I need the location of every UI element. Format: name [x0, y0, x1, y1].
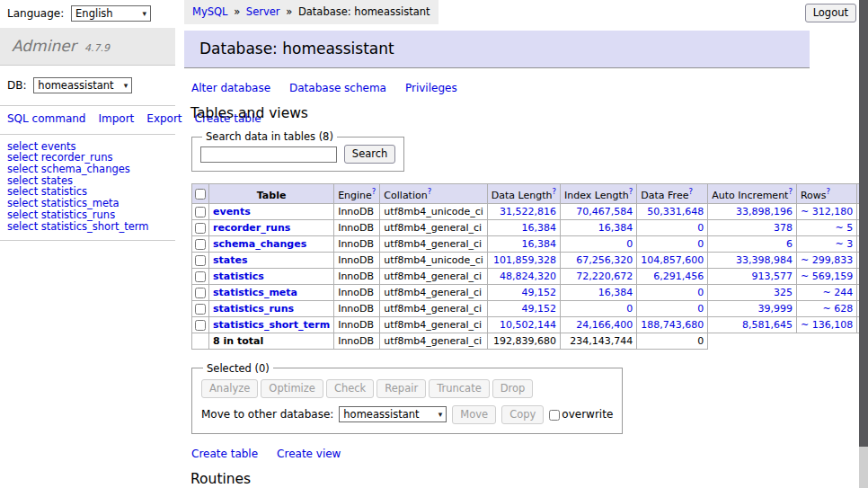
rows-count-link[interactable]: ~ 136,108 — [801, 319, 853, 331]
logout-button[interactable]: Logout — [805, 4, 856, 22]
sidebar-item-select-table[interactable]: select statistics_short_term — [7, 221, 168, 233]
sidebar-item-select-table[interactable]: select schema_changes — [7, 164, 168, 175]
data-free-link[interactable]: 6,291,456 — [653, 271, 704, 282]
database-action-link[interactable]: Alter database — [191, 82, 270, 94]
index-length-link[interactable]: 70,467,584 — [576, 206, 633, 217]
index-length-link[interactable]: 67,256,320 — [576, 254, 633, 266]
column-help-link[interactable]: ? — [788, 187, 793, 196]
sidebar-item-select-table[interactable]: select statistics_runs — [7, 209, 168, 221]
rows-count-link[interactable]: ~ 628 — [822, 303, 853, 315]
auto-increment-link[interactable]: 6 — [786, 238, 793, 250]
rows-count-link[interactable]: ~ 569,159 — [801, 271, 853, 282]
auto-increment-link[interactable]: 325 — [774, 287, 793, 298]
index-length-link[interactable]: 72,220,672 — [576, 271, 633, 282]
app-name[interactable]: Adminer — [12, 37, 76, 55]
create-link[interactable]: Create table — [191, 448, 258, 460]
language-select[interactable]: English ▾ — [71, 5, 151, 22]
data-free-link[interactable]: 0 — [697, 238, 704, 250]
auto-increment-link[interactable]: 913,577 — [751, 271, 793, 282]
row-checkbox[interactable] — [195, 255, 206, 266]
data-length-link[interactable]: 49,152 — [522, 287, 557, 298]
table-name-link[interactable]: statistics_runs — [213, 303, 294, 315]
select-all-checkbox[interactable] — [195, 189, 206, 200]
sidebar-action-link[interactable]: Import — [98, 112, 134, 125]
data-length-link[interactable]: 49,152 — [522, 303, 557, 315]
tables-and-views-heading: Tables and views — [190, 105, 810, 121]
row-checkbox[interactable] — [195, 271, 206, 282]
table-name-link[interactable]: recorder_runs — [213, 222, 290, 234]
rows-count-link[interactable]: ~ 5 — [835, 222, 853, 234]
selected-action-button[interactable]: Truncate — [429, 379, 490, 398]
auto-increment-link[interactable]: 33,898,196 — [736, 206, 793, 217]
scrollbar-thumb[interactable] — [859, 0, 868, 447]
data-free-link[interactable]: 188,743,680 — [641, 319, 704, 331]
row-checkbox[interactable] — [195, 288, 206, 298]
index-length-link[interactable]: 16,384 — [598, 222, 633, 234]
sidebar-item-select-table[interactable]: select statistics_meta — [7, 198, 168, 209]
selected-action-button[interactable]: Analyze — [201, 379, 258, 398]
selected-action-button[interactable]: Repair — [376, 379, 426, 398]
rows-count-link[interactable]: ~ 299,833 — [801, 254, 853, 266]
rows-count-link[interactable]: ~ 312,180 — [801, 206, 853, 217]
breadcrumb-mysql-link[interactable]: MySQL — [192, 5, 228, 18]
db-select[interactable]: homeassistant ▾ — [33, 77, 132, 93]
data-length-link[interactable]: 16,384 — [522, 238, 557, 250]
column-help-link[interactable]: ? — [553, 187, 557, 196]
column-help-link[interactable]: ? — [629, 187, 633, 196]
selected-action-button[interactable]: Optimize — [261, 379, 323, 398]
index-length-link[interactable]: 0 — [626, 238, 633, 250]
copy-button[interactable]: Copy — [501, 405, 544, 424]
create-link[interactable]: Create view — [277, 448, 341, 460]
auto-increment-link[interactable]: 378 — [774, 222, 793, 234]
rows-count-link[interactable]: ~ 244 — [822, 287, 853, 298]
table-name-link[interactable]: statistics_short_term — [213, 319, 330, 331]
move-button[interactable]: Move — [452, 405, 496, 424]
table-name-link[interactable]: states — [213, 254, 248, 266]
index-length-link[interactable]: 24,166,400 — [576, 319, 633, 331]
data-length-link[interactable]: 16,384 — [522, 222, 557, 234]
data-length-link[interactable]: 10,502,144 — [500, 319, 556, 331]
selected-action-button[interactable]: Check — [326, 379, 374, 398]
sidebar-action-link[interactable]: Export — [146, 112, 182, 125]
auto-increment-link[interactable]: 33,398,984 — [736, 254, 793, 266]
data-length-link[interactable]: 48,824,320 — [500, 271, 556, 282]
index-length-link[interactable]: 0 — [626, 303, 633, 315]
table-name-link[interactable]: schema_changes — [213, 238, 306, 250]
search-button[interactable]: Search — [344, 145, 396, 164]
table-name-link[interactable]: statistics — [213, 271, 264, 282]
data-length-link[interactable]: 31,522,816 — [500, 206, 556, 217]
column-help-link[interactable]: ? — [372, 187, 376, 196]
data-free-link[interactable]: 104,857,600 — [641, 254, 704, 266]
data-free-link[interactable]: 0 — [697, 303, 704, 315]
column-help-link[interactable]: ? — [428, 187, 432, 196]
column-help-link[interactable]: ? — [688, 187, 693, 196]
breadcrumb-server-link[interactable]: Server — [246, 5, 280, 18]
data-free-link[interactable]: 0 — [697, 287, 704, 298]
row-checkbox[interactable] — [195, 239, 206, 250]
index-length-link[interactable]: 16,384 — [598, 287, 633, 298]
move-db-select[interactable]: homeassistant ▾ — [339, 406, 447, 422]
data-free-link[interactable]: 50,331,648 — [647, 206, 704, 217]
table-name-link[interactable]: events — [213, 206, 251, 217]
row-checkbox[interactable] — [195, 304, 206, 315]
rows-count-link[interactable]: ~ 3 — [835, 238, 853, 250]
database-action-link[interactable]: Database schema — [289, 82, 386, 94]
selected-action-button[interactable]: Drop — [492, 379, 534, 398]
row-checkbox[interactable] — [195, 207, 206, 217]
row-checkbox[interactable] — [195, 320, 206, 331]
sidebar-actions: SQL commandImportExportCreate table — [0, 106, 175, 135]
auto-increment-link[interactable]: 8,581,645 — [742, 319, 793, 331]
database-action-links: Alter databaseDatabase schemaPrivileges — [191, 82, 810, 94]
table-name-link[interactable]: statistics_meta — [213, 287, 297, 298]
search-input[interactable] — [200, 146, 337, 163]
data-length-link[interactable]: 101,859,328 — [493, 254, 556, 266]
sidebar-action-link[interactable]: SQL command — [7, 112, 85, 125]
table-row: statistics InnoDB utf8mb4_general_ci 48,… — [192, 268, 868, 284]
row-checkbox[interactable] — [195, 223, 206, 234]
scrollbar[interactable] — [859, 0, 868, 488]
data-free-link[interactable]: 0 — [697, 222, 704, 234]
database-action-link[interactable]: Privileges — [405, 82, 457, 94]
overwrite-checkbox[interactable] — [549, 410, 560, 421]
column-help-link[interactable]: ? — [827, 187, 831, 196]
auto-increment-link[interactable]: 39,999 — [757, 303, 793, 315]
